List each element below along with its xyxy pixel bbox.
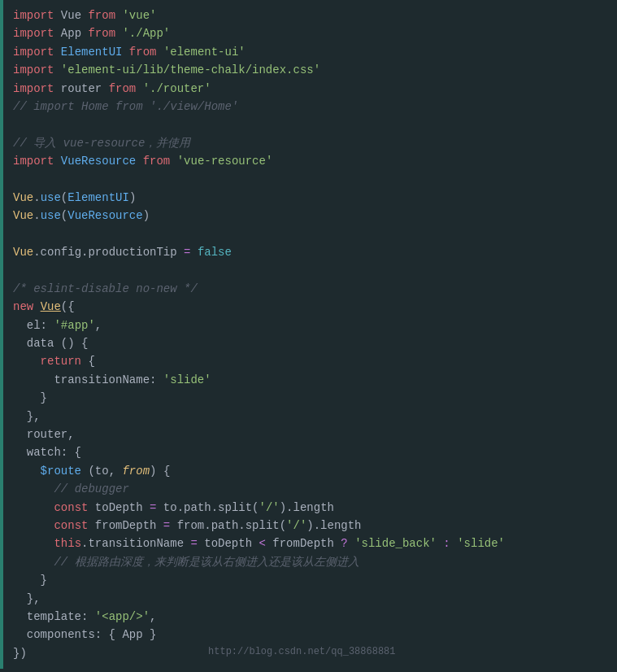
code-line: components: { App } — [0, 626, 617, 644]
code-line: $route (to, from) { — [0, 462, 617, 480]
code-line: Vue.use(VueResource) — [0, 207, 617, 225]
code-line: } — [0, 389, 617, 407]
code-line: transitionName: 'slide' — [0, 371, 617, 389]
code-line — [0, 116, 617, 133]
code-line: el: '#app', — [0, 316, 617, 334]
code-line — [0, 225, 617, 243]
code-line: // 根据路由深度，来判断是该从右侧进入还是该从左侧进入 — [0, 553, 617, 571]
code-line — [0, 261, 617, 279]
code-line: import router from './router' — [0, 80, 617, 98]
code-line: import ElementUI from 'element-ui' — [0, 43, 617, 61]
code-line: import 'element-ui/lib/theme-chalk/index… — [0, 61, 617, 79]
code-line: // 导入 vue-resource，并使用 — [0, 134, 617, 152]
code-line: }) http://blog.csdn.net/qq_38868881 — [0, 644, 617, 662]
code-line: data () { — [0, 334, 617, 352]
code-line: import VueResource from 'vue-resource' — [0, 152, 617, 170]
code-line: return { — [0, 352, 617, 370]
code-line: import App from './App' — [0, 24, 617, 42]
code-line: // debugger — [0, 480, 617, 498]
code-line: } — [0, 571, 617, 589]
code-line: const toDepth = to.path.split('/').lengt… — [0, 499, 617, 517]
code-editor: import Vue from 'vue'import App from './… — [0, 0, 617, 669]
code-line: new Vue({ — [0, 298, 617, 316]
code-content: import Vue from 'vue'import App from './… — [0, 7, 617, 662]
code-line: Vue.use(ElementUI) — [0, 189, 617, 207]
code-line: router, — [0, 425, 617, 443]
code-line: /* eslint-disable no-new */ — [0, 280, 617, 298]
code-line: }, — [0, 408, 617, 425]
code-line: this.transitionName = toDepth < fromDept… — [0, 535, 617, 552]
code-line — [0, 171, 617, 189]
left-accent-bar — [0, 0, 3, 669]
code-line: watch: { — [0, 443, 617, 461]
code-line: }, — [0, 590, 617, 608]
code-line: import Vue from 'vue' — [0, 7, 617, 24]
code-line: template: '<app/>', — [0, 608, 617, 626]
code-line: const fromDepth = from.path.split('/').l… — [0, 517, 617, 535]
code-line: // import Home from './view/Home' — [0, 98, 617, 116]
code-line: Vue.config.productionTip = false — [0, 243, 617, 261]
